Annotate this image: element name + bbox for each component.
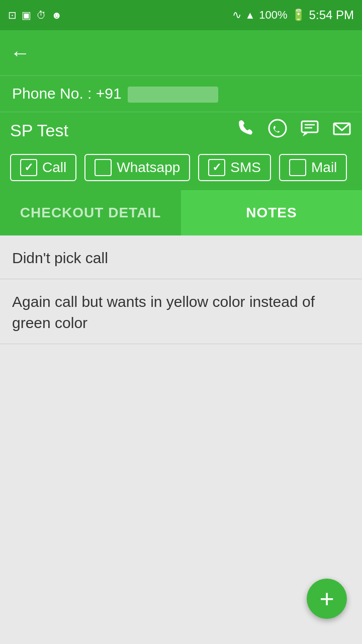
svg-rect-1 xyxy=(302,121,318,132)
checkbox-row: ✓ Call Whatsapp ✓ SMS Mail xyxy=(0,149,362,190)
photo-icon: ▣ xyxy=(22,9,31,21)
phone-number-bar: Phone No. : +91 xyxy=(0,75,362,112)
svg-point-0 xyxy=(269,120,286,137)
sms-checkbox-box: ✓ xyxy=(208,159,225,176)
note-text-2: Again call but wants in yellow color ins… xyxy=(12,293,315,331)
tab-notes[interactable]: NOTES xyxy=(181,190,362,235)
note-item-2: Again call but wants in yellow color ins… xyxy=(0,279,362,344)
mail-action-icon[interactable] xyxy=(332,118,352,143)
wifi-icon: ∿ xyxy=(232,9,241,22)
contact-name: SP Test xyxy=(10,121,68,140)
call-checkbox-box: ✓ xyxy=(20,159,37,176)
status-bar-left-icons: ⊡ ▣ ⏱ ☻ xyxy=(8,9,62,21)
mail-checkbox-box xyxy=(289,159,306,176)
contact-row: SP Test xyxy=(0,112,362,149)
battery-percentage: 100% xyxy=(259,9,287,22)
tab-checkout-detail[interactable]: CHECKOUT DETAIL xyxy=(0,190,181,235)
notes-tab-label: NOTES xyxy=(246,205,297,221)
action-icons-group xyxy=(235,118,352,143)
content-area: Didn't pick call Again call but wants in… xyxy=(0,235,362,588)
status-bar: ⊡ ▣ ⏱ ☻ ∿ ▲ 100% 🔋 5:54 PM xyxy=(0,0,362,30)
screen-cast-icon: ⊡ xyxy=(8,9,17,21)
add-note-fab[interactable]: + xyxy=(307,579,347,619)
fab-plus-icon: + xyxy=(319,586,334,611)
call-checkbox[interactable]: ✓ Call xyxy=(10,154,76,181)
alarm-icon: ⏱ xyxy=(36,10,46,21)
whatsapp-checkbox[interactable]: Whatsapp xyxy=(84,154,190,181)
top-bar: ← xyxy=(0,30,362,75)
whatsapp-checkbox-box xyxy=(95,159,112,176)
clock: 5:54 PM xyxy=(309,8,354,22)
status-bar-right-icons: ∿ ▲ 100% 🔋 5:54 PM xyxy=(232,8,354,22)
whatsapp-action-icon[interactable] xyxy=(267,118,288,143)
sms-checkbox-label: SMS xyxy=(230,159,261,176)
phone-label-text: Phone No. : +91 xyxy=(12,85,122,102)
mail-checkbox[interactable]: Mail xyxy=(279,154,347,181)
sms-check-mark: ✓ xyxy=(212,161,221,174)
checkout-detail-tab-label: CHECKOUT DETAIL xyxy=(20,205,161,221)
battery-icon: 🔋 xyxy=(292,9,305,22)
note-item-1: Didn't pick call xyxy=(0,235,362,279)
sms-checkbox[interactable]: ✓ SMS xyxy=(198,154,271,181)
android-icon: ☻ xyxy=(51,10,62,21)
whatsapp-checkbox-label: Whatsapp xyxy=(117,159,180,176)
sms-action-icon[interactable] xyxy=(300,118,320,143)
signal-strength-icon: ▲ xyxy=(245,10,255,21)
mail-checkbox-label: Mail xyxy=(311,159,337,176)
call-action-icon[interactable] xyxy=(235,118,255,143)
note-text-1: Didn't pick call xyxy=(12,250,108,266)
tabs-container: CHECKOUT DETAIL NOTES xyxy=(0,190,362,235)
phone-label: Phone No. : +91 xyxy=(12,85,218,102)
call-checkbox-label: Call xyxy=(42,159,66,176)
back-button[interactable]: ← xyxy=(10,43,30,63)
phone-number-blurred xyxy=(128,87,218,103)
call-check-mark: ✓ xyxy=(24,161,33,174)
